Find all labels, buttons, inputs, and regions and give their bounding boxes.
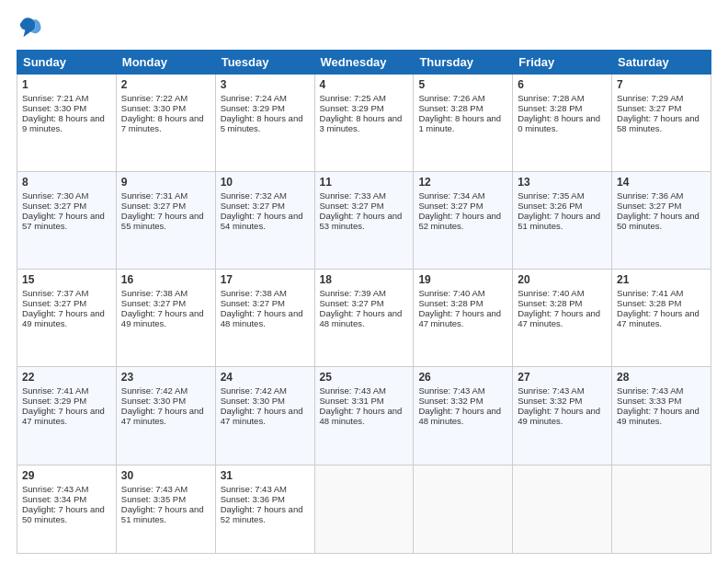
sunset-text: Sunset: 3:27 PM xyxy=(320,201,384,211)
weekday-saturday: Saturday xyxy=(612,51,711,75)
weekday-thursday: Thursday xyxy=(414,51,513,75)
sunset-text: Sunset: 3:27 PM xyxy=(121,298,186,308)
day-number: 3 xyxy=(221,78,310,91)
day-number: 10 xyxy=(221,176,310,189)
week-row-5: 29Sunrise: 7:43 AMSunset: 3:34 PMDayligh… xyxy=(17,465,711,554)
daylight-text: Daylight: 7 hours and 57 minutes. xyxy=(22,211,105,231)
page: SundayMondayTuesdayWednesdayThursdayFrid… xyxy=(0,0,728,563)
day-number: 1 xyxy=(22,78,111,91)
daylight-text: Daylight: 8 hours and 7 minutes. xyxy=(121,113,204,133)
weekday-monday: Monday xyxy=(116,51,215,75)
sunset-text: Sunset: 3:29 PM xyxy=(221,103,285,113)
sunrise-text: Sunrise: 7:39 AM xyxy=(320,288,386,298)
day-number: 20 xyxy=(518,273,607,286)
day-number: 7 xyxy=(617,78,706,91)
day-number: 19 xyxy=(418,273,507,286)
sunrise-text: Sunrise: 7:30 AM xyxy=(22,190,88,201)
calendar-cell xyxy=(414,465,513,554)
calendar-cell: 4Sunrise: 7:25 AMSunset: 3:29 PMDaylight… xyxy=(314,75,414,172)
sunrise-text: Sunrise: 7:34 AM xyxy=(418,190,484,201)
calendar-cell: 2Sunrise: 7:22 AMSunset: 3:30 PMDaylight… xyxy=(116,75,215,172)
day-number: 9 xyxy=(121,176,210,189)
calendar-cell xyxy=(612,465,711,554)
daylight-text: Daylight: 7 hours and 51 minutes. xyxy=(518,211,600,231)
sunset-text: Sunset: 3:28 PM xyxy=(418,103,483,113)
day-number: 17 xyxy=(221,273,310,286)
daylight-text: Daylight: 7 hours and 47 minutes. xyxy=(22,406,105,426)
calendar-cell: 11Sunrise: 7:33 AMSunset: 3:27 PMDayligh… xyxy=(314,172,414,270)
daylight-text: Daylight: 7 hours and 49 minutes. xyxy=(121,308,204,328)
daylight-text: Daylight: 7 hours and 52 minutes. xyxy=(221,504,303,524)
daylight-text: Daylight: 7 hours and 47 minutes. xyxy=(221,406,303,426)
sunset-text: Sunset: 3:27 PM xyxy=(221,298,285,308)
sunrise-text: Sunrise: 7:43 AM xyxy=(418,385,484,396)
sunrise-text: Sunrise: 7:38 AM xyxy=(121,288,188,298)
day-number: 22 xyxy=(22,371,111,384)
calendar-cell: 28Sunrise: 7:43 AMSunset: 3:33 PMDayligh… xyxy=(612,367,711,465)
daylight-text: Daylight: 7 hours and 49 minutes. xyxy=(22,308,105,328)
daylight-text: Daylight: 7 hours and 50 minutes. xyxy=(617,211,700,231)
calendar-cell: 9Sunrise: 7:31 AMSunset: 3:27 PMDaylight… xyxy=(116,172,215,270)
sunset-text: Sunset: 3:30 PM xyxy=(121,103,186,113)
sunrise-text: Sunrise: 7:36 AM xyxy=(617,190,683,201)
day-number: 24 xyxy=(221,371,310,384)
day-number: 6 xyxy=(518,78,607,91)
daylight-text: Daylight: 7 hours and 53 minutes. xyxy=(320,211,403,231)
calendar-cell: 5Sunrise: 7:26 AMSunset: 3:28 PMDaylight… xyxy=(414,75,513,172)
daylight-text: Daylight: 8 hours and 1 minute. xyxy=(418,113,501,133)
calendar-cell xyxy=(314,465,414,554)
day-number: 16 xyxy=(121,273,210,286)
sunrise-text: Sunrise: 7:42 AM xyxy=(221,385,287,396)
calendar-cell: 7Sunrise: 7:29 AMSunset: 3:27 PMDaylight… xyxy=(612,75,711,172)
calendar-cell: 26Sunrise: 7:43 AMSunset: 3:32 PMDayligh… xyxy=(414,367,513,465)
sunset-text: Sunset: 3:28 PM xyxy=(518,103,582,113)
sunrise-text: Sunrise: 7:29 AM xyxy=(617,93,683,103)
daylight-text: Daylight: 7 hours and 55 minutes. xyxy=(121,211,204,231)
daylight-text: Daylight: 7 hours and 48 minutes. xyxy=(320,308,403,328)
sunrise-text: Sunrise: 7:40 AM xyxy=(418,288,484,298)
calendar-cell: 10Sunrise: 7:32 AMSunset: 3:27 PMDayligh… xyxy=(215,172,314,270)
calendar-cell: 21Sunrise: 7:41 AMSunset: 3:28 PMDayligh… xyxy=(612,270,711,367)
daylight-text: Daylight: 7 hours and 48 minutes. xyxy=(320,406,403,426)
day-number: 2 xyxy=(121,78,210,91)
calendar-cell: 18Sunrise: 7:39 AMSunset: 3:27 PMDayligh… xyxy=(314,270,414,367)
daylight-text: Daylight: 7 hours and 52 minutes. xyxy=(418,211,501,231)
calendar-cell: 8Sunrise: 7:30 AMSunset: 3:27 PMDaylight… xyxy=(17,172,117,270)
daylight-text: Daylight: 8 hours and 0 minutes. xyxy=(518,113,600,133)
sunset-text: Sunset: 3:30 PM xyxy=(121,396,186,406)
calendar-cell: 16Sunrise: 7:38 AMSunset: 3:27 PMDayligh… xyxy=(116,270,215,367)
day-number: 18 xyxy=(320,273,409,286)
day-number: 30 xyxy=(121,469,210,482)
day-number: 5 xyxy=(418,78,507,91)
sunrise-text: Sunrise: 7:41 AM xyxy=(617,288,683,298)
sunrise-text: Sunrise: 7:43 AM xyxy=(221,484,287,494)
sunset-text: Sunset: 3:30 PM xyxy=(22,103,86,113)
calendar-cell: 19Sunrise: 7:40 AMSunset: 3:28 PMDayligh… xyxy=(414,270,513,367)
daylight-text: Daylight: 8 hours and 5 minutes. xyxy=(221,113,303,133)
day-number: 12 xyxy=(418,176,507,189)
sunrise-text: Sunrise: 7:22 AM xyxy=(121,93,188,103)
calendar-table: SundayMondayTuesdayWednesdayThursdayFrid… xyxy=(17,50,711,554)
sunset-text: Sunset: 3:32 PM xyxy=(518,396,582,406)
daylight-text: Daylight: 8 hours and 9 minutes. xyxy=(22,113,105,133)
sunrise-text: Sunrise: 7:21 AM xyxy=(22,93,88,103)
sunset-text: Sunset: 3:27 PM xyxy=(22,298,86,308)
sunrise-text: Sunrise: 7:42 AM xyxy=(121,385,188,396)
day-number: 29 xyxy=(22,469,111,482)
calendar-cell: 23Sunrise: 7:42 AMSunset: 3:30 PMDayligh… xyxy=(116,367,215,465)
calendar-cell: 3Sunrise: 7:24 AMSunset: 3:29 PMDaylight… xyxy=(215,75,314,172)
sunrise-text: Sunrise: 7:43 AM xyxy=(617,385,683,396)
calendar-cell: 22Sunrise: 7:41 AMSunset: 3:29 PMDayligh… xyxy=(17,367,117,465)
day-number: 21 xyxy=(617,273,706,286)
calendar-cell: 27Sunrise: 7:43 AMSunset: 3:32 PMDayligh… xyxy=(513,367,612,465)
logo-icon xyxy=(17,15,42,40)
logo xyxy=(17,15,44,40)
weekday-header-row: SundayMondayTuesdayWednesdayThursdayFrid… xyxy=(17,51,711,75)
sunset-text: Sunset: 3:29 PM xyxy=(320,103,384,113)
sunrise-text: Sunrise: 7:40 AM xyxy=(518,288,584,298)
sunset-text: Sunset: 3:30 PM xyxy=(221,396,285,406)
sunrise-text: Sunrise: 7:26 AM xyxy=(418,93,484,103)
day-number: 23 xyxy=(121,371,210,384)
calendar-cell: 24Sunrise: 7:42 AMSunset: 3:30 PMDayligh… xyxy=(215,367,314,465)
day-number: 27 xyxy=(518,371,607,384)
